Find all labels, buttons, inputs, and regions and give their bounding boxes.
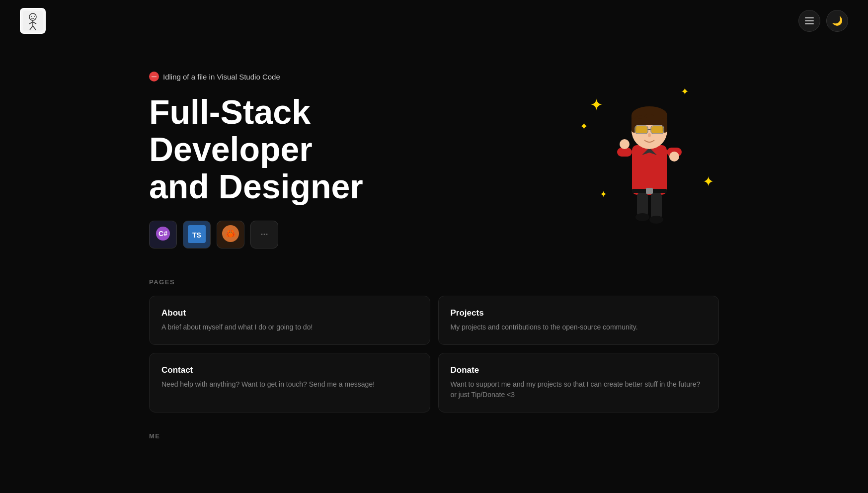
hero-section: Idling of a file in Visual Studio Code F… — [0, 42, 868, 278]
pages-section-label: PAGES — [149, 278, 719, 286]
status-text: Idling of a file in Visual Studio Code — [163, 73, 280, 81]
me-section-label: ME — [149, 432, 719, 440]
svg-rect-32 — [635, 126, 647, 133]
hero-title: Full-Stack Developer and Designer — [149, 93, 447, 205]
main-content: PAGES About A brief about myself and wha… — [0, 278, 868, 440]
pages-grid: About A brief about myself and what I do… — [149, 296, 719, 412]
svg-text:C#: C# — [158, 230, 167, 238]
svg-point-25 — [649, 216, 663, 224]
badge-rust[interactable]: 🦀 — [217, 221, 244, 248]
status-badge: Idling of a file in Visual Studio Code — [149, 72, 447, 82]
about-card[interactable]: About A brief about myself and what I do… — [149, 296, 430, 345]
contact-card-title: Contact — [161, 365, 418, 375]
sparkle-2: ✦ — [590, 95, 603, 114]
typescript-icon: TS — [188, 225, 206, 245]
projects-card[interactable]: Projects My projects and contributions t… — [438, 296, 719, 345]
me-section: ME — [149, 432, 719, 440]
rust-icon: 🦀 — [222, 225, 239, 245]
svg-point-21 — [669, 152, 679, 162]
sparkle-4: ✦ — [703, 173, 714, 190]
status-state: Idling — [163, 73, 181, 81]
svg-rect-23 — [651, 192, 662, 220]
donate-card-title: Donate — [451, 365, 707, 375]
status-indicator — [149, 72, 159, 82]
menu-button[interactable] — [798, 10, 820, 32]
character-illustration — [605, 90, 694, 230]
about-card-description: A brief about myself and what I do or go… — [161, 322, 418, 332]
badge-csharp[interactable]: C# — [149, 221, 177, 248]
contact-card-description: Need help with anything? Want to get in … — [161, 379, 418, 390]
badge-more-technologies[interactable]: ··· — [250, 221, 278, 248]
hamburger-icon — [805, 17, 814, 24]
donate-card[interactable]: Donate Want to support me and my project… — [438, 353, 719, 412]
svg-point-7 — [31, 16, 32, 17]
pages-section: PAGES About A brief about myself and wha… — [149, 278, 719, 412]
svg-rect-39 — [646, 188, 653, 194]
svg-text:🦀: 🦀 — [225, 228, 237, 239]
theme-toggle-button[interactable]: 🌙 — [826, 10, 848, 32]
moon-icon: 🌙 — [832, 15, 843, 26]
sparkle-5: ✦ — [600, 189, 607, 200]
hero-title-line1: Full-Stack Developer — [149, 93, 313, 168]
svg-point-37 — [648, 133, 651, 137]
status-file: a file — [191, 73, 207, 81]
more-icon: ··· — [260, 230, 268, 240]
projects-card-description: My projects and contributions to the ope… — [451, 322, 707, 332]
about-card-title: About — [161, 308, 418, 318]
sparkle-3: ✦ — [580, 120, 588, 132]
svg-rect-33 — [651, 126, 663, 133]
status-app: Visual Studio Code — [217, 73, 280, 81]
contact-card[interactable]: Contact Need help with anything? Want to… — [149, 353, 430, 412]
header-controls: 🌙 — [798, 10, 848, 32]
projects-card-title: Projects — [451, 308, 707, 318]
header: 🌙 — [0, 0, 868, 42]
csharp-icon: C# — [156, 226, 170, 244]
hero-title-line2: and Designer — [149, 167, 363, 205]
logo[interactable] — [20, 8, 46, 34]
sparkle-1: ✦ — [681, 85, 689, 97]
hero-content: Idling of a file in Visual Studio Code F… — [149, 72, 447, 248]
logo-image — [21, 9, 45, 33]
donate-card-description: Want to support me and my projects so th… — [451, 379, 707, 400]
svg-point-20 — [620, 139, 630, 149]
tech-badges: C# TS 🦀 — [149, 221, 447, 248]
badge-typescript[interactable]: TS — [183, 221, 211, 248]
hero-illustration: ✦ ✦ ✦ ✦ ✦ — [580, 81, 719, 240]
svg-point-24 — [635, 213, 649, 221]
svg-point-8 — [34, 16, 35, 17]
svg-text:TS: TS — [192, 231, 201, 239]
